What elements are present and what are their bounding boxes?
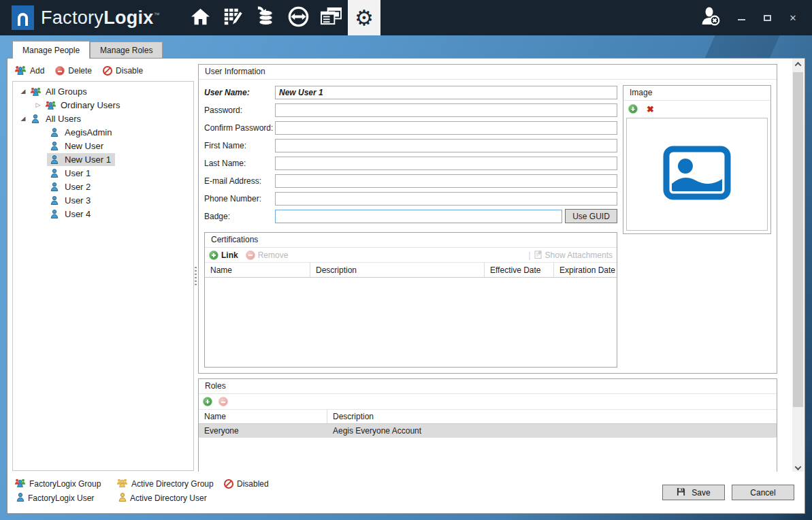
role-description-cell: Aegis Everyone Account: [327, 424, 777, 438]
tree-item-all-groups[interactable]: ◢ All Groups: [13, 84, 193, 98]
table-row[interactable]: Everyone Aegis Everyone Account: [199, 424, 777, 438]
nav-data-button[interactable]: [250, 0, 282, 35]
nav-transfer-button[interactable]: [282, 0, 315, 35]
cancel-button[interactable]: Cancel: [732, 485, 794, 500]
n-logo-icon: [18, 13, 28, 26]
tree-item-aegisadmin[interactable]: AegisAdmin: [13, 125, 193, 139]
maximize-icon: [764, 15, 771, 21]
tree-item-label: User 3: [65, 195, 91, 206]
column-header-description[interactable]: Description: [310, 263, 485, 277]
remove-icon: [246, 250, 255, 260]
nav-planning-button[interactable]: [217, 0, 250, 35]
chevron-down-icon: [795, 464, 802, 470]
certifications-table-body: [205, 278, 617, 367]
disable-button[interactable]: Disable: [103, 66, 143, 76]
user-icon: [48, 169, 61, 178]
roles-table-header: Name Description: [199, 409, 777, 424]
email-label: E-mail Address:: [204, 176, 275, 186]
image-add-button[interactable]: [628, 104, 638, 114]
column-header-expiration-date[interactable]: Expiration Date: [554, 263, 617, 277]
roles-panel: Roles Name Description Everyone Aegis Ev…: [198, 378, 777, 473]
user-icon: [48, 155, 61, 164]
user-form: User Name: New User 1 Password: Confirm …: [204, 85, 617, 368]
legend-active-directory-group: Active Directory Group: [116, 476, 224, 491]
link-label: Link: [221, 250, 238, 260]
minimize-button[interactable]: [736, 12, 747, 23]
maximize-button[interactable]: [762, 12, 773, 23]
image-title: Image: [623, 86, 770, 101]
nav-home-button[interactable]: [184, 0, 217, 35]
tree-item-new-user[interactable]: New User: [13, 139, 193, 152]
tree-item-user-4[interactable]: User 4: [13, 207, 193, 221]
legend-label: Active Directory User: [130, 493, 207, 503]
last-name-input[interactable]: [275, 157, 617, 170]
remove-label: Remove: [258, 250, 289, 260]
certifications-title: Certifications: [205, 233, 617, 248]
form-row: First Name:: [204, 138, 617, 152]
close-button[interactable]: ✕: [787, 12, 798, 23]
vertical-scrollbar[interactable]: [792, 59, 804, 474]
column-header-name[interactable]: Name: [199, 410, 327, 423]
form-row: E-mail Address:: [204, 174, 617, 188]
column-header-description[interactable]: Description: [327, 410, 777, 423]
tree-item-new-user-1[interactable]: New User 1: [13, 152, 193, 166]
confirm-password-input[interactable]: [275, 121, 617, 135]
show-attachments-button[interactable]: Show Attachments: [534, 250, 613, 261]
active-directory-user-icon: [118, 493, 127, 504]
cancel-label: Cancel: [750, 488, 775, 498]
delete-button[interactable]: Delete: [55, 66, 92, 76]
tree-item-ordinary-users[interactable]: ▷ Ordinary Users: [13, 98, 193, 112]
user-icon: [48, 182, 61, 191]
collapsed-icon[interactable]: ▷: [33, 101, 43, 108]
brand-text: FactoryLogix™: [41, 7, 160, 29]
group-icon: [29, 87, 42, 96]
logout-user-icon[interactable]: [700, 7, 721, 29]
roles-add-button[interactable]: [203, 397, 212, 406]
password-input[interactable]: [275, 103, 617, 117]
home-icon: [191, 7, 210, 29]
tab-manage-roles[interactable]: Manage Roles: [90, 42, 163, 58]
use-guid-button[interactable]: Use GUID: [565, 209, 617, 223]
tree-item-label: User 4: [65, 209, 91, 219]
add-button[interactable]: Add: [14, 65, 44, 77]
email-input[interactable]: [275, 174, 617, 188]
user-icon: [29, 114, 42, 123]
scroll-thumb[interactable]: [793, 72, 803, 407]
column-header-name[interactable]: Name: [205, 263, 310, 277]
nav-settings-button[interactable]: ⚙: [348, 0, 380, 35]
delete-label: Delete: [68, 66, 92, 76]
link-add-icon: [209, 250, 218, 260]
tree-item-all-users[interactable]: ◢ All Users: [13, 112, 193, 125]
people-toolbar: Add Delete Disable: [14, 63, 143, 79]
expanded-icon[interactable]: ◢: [18, 88, 28, 95]
tab-manage-people[interactable]: Manage People: [12, 41, 90, 59]
certifications-toolbar: Link Remove |: [205, 248, 617, 263]
column-header-effective-date[interactable]: Effective Date: [485, 263, 554, 277]
tree-item-user-2[interactable]: User 2: [13, 180, 193, 193]
badge-input[interactable]: [275, 210, 562, 223]
tree-item-user-3[interactable]: User 3: [13, 193, 193, 207]
tree-item-user-1[interactable]: User 1: [13, 166, 193, 180]
app-window: FactoryLogix™: [0, 0, 812, 520]
scroll-up-button[interactable]: [792, 59, 804, 70]
first-name-input[interactable]: [275, 139, 617, 152]
form-row: User Name: New User 1: [204, 85, 617, 99]
titlebar-right: ✕: [700, 7, 798, 29]
tab-manage-roles-label: Manage Roles: [100, 46, 152, 55]
bottom-bar: FactoryLogix Group Active Directory Grou…: [7, 472, 805, 513]
phone-input[interactable]: [275, 192, 617, 206]
remove-button[interactable]: Remove: [246, 250, 289, 260]
image-remove-button[interactable]: ✖: [647, 105, 654, 114]
nav-reports-button[interactable]: [315, 0, 348, 35]
brand-factory: Factory: [41, 7, 103, 28]
legend-factorylogix-group: FactoryLogix Group: [14, 476, 116, 491]
tree-item-label: All Groups: [46, 86, 87, 97]
user-name-input[interactable]: New User 1: [275, 86, 617, 99]
content-panel: Add Delete Disable ◢ All Groups: [7, 58, 805, 514]
link-button[interactable]: Link: [209, 250, 238, 260]
close-icon: ✕: [790, 13, 797, 23]
factorylogix-group-icon: [14, 478, 26, 489]
save-button[interactable]: Save: [662, 485, 725, 500]
roles-remove-button[interactable]: [218, 397, 228, 406]
expanded-icon[interactable]: ◢: [18, 115, 28, 122]
